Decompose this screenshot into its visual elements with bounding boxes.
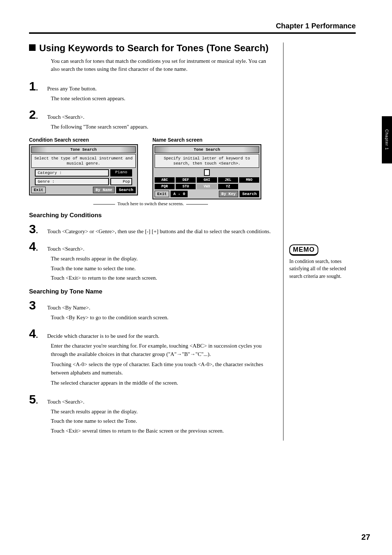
step-4: 4. Touch <Search>. — [29, 240, 272, 252]
step-4-number: 4. — [29, 240, 47, 252]
step-4b-number: 4. — [29, 327, 47, 340]
key-jkl[interactable]: JKL — [218, 177, 238, 183]
step-3b-title: Touch <By Name>. — [47, 305, 272, 311]
step-4b-e2: Touching <A-0> selects the type of chara… — [51, 360, 272, 377]
key-ghi[interactable]: GHI — [197, 177, 217, 183]
name-a0-button[interactable]: A - 0 — [171, 191, 188, 197]
memo-icon: MEMO — [289, 244, 318, 256]
key-vwx[interactable]: VWX — [197, 184, 217, 189]
chapter-header: Chapter 1 Performance — [29, 22, 356, 30]
page-number: 27 — [362, 532, 370, 542]
name-lcd-title: Tone Search — [155, 146, 259, 153]
section-title-text: Using Keywords to Search for Tones (Tone… — [39, 42, 269, 53]
name-key-grid: ABC DEF GHI JKL MNO PQR STU VWX YZ — [155, 177, 259, 189]
name-caption: Name Search screen — [152, 137, 261, 143]
sidebar: MEMO In condition search, tones satisfyi… — [283, 42, 356, 441]
cond-lcd-title: Tone Search — [31, 146, 136, 153]
cond-genre-label: Genre : — [35, 178, 109, 185]
step-2-expl: The following "Tone search screen" appea… — [51, 123, 272, 131]
key-pqr[interactable]: PQR — [155, 184, 175, 189]
main-content: Using Keywords to Search for Tones (Tone… — [29, 42, 272, 441]
step-4-e2: Touch the tone name to select the tone. — [51, 264, 272, 273]
name-exit-button[interactable]: Exit — [155, 191, 169, 197]
cond-search-button[interactable]: Search — [116, 187, 136, 193]
name-char-box — [204, 169, 210, 176]
cond-lcd: Tone Search Select the type of musical i… — [29, 144, 138, 196]
header-rule — [29, 32, 356, 34]
memo-text: In condition search, tones satisfying al… — [289, 258, 356, 280]
step-5-e1: The search results appear in the display… — [51, 408, 272, 416]
step-4b-e1: Enter the character you're searching for… — [51, 342, 272, 358]
step-5-title: Touch <Search>. — [47, 399, 272, 405]
name-bottom-row: Exit A - 0 By Key Search — [155, 191, 259, 197]
name-search-block: Name Search screen Tone Search Specify i… — [152, 137, 261, 200]
cond-category-value[interactable]: Piano — [110, 169, 132, 177]
bullet-icon — [29, 44, 36, 51]
memo-block: MEMO In condition search, tones satisfyi… — [289, 244, 356, 280]
cond-caption: Condition Search screen — [29, 137, 138, 143]
step-3b-number: 3 — [29, 299, 47, 311]
cond-category-label: Category : — [35, 169, 109, 177]
key-abc[interactable]: ABC — [155, 177, 175, 183]
key-stu[interactable]: STU — [176, 184, 196, 189]
cond-exit-button[interactable]: Exit — [31, 187, 46, 193]
step-1: 1. Press any Tone button. — [29, 80, 272, 92]
cond-genre-row[interactable]: Genre : Pop — [35, 178, 132, 185]
step-2-number: 2. — [29, 108, 47, 121]
step-1-title: Press any Tone button. — [47, 86, 272, 92]
intro-paragraph: You can search for tones that match the … — [51, 57, 272, 73]
step-2-title: Touch <Search>. — [47, 114, 272, 120]
step-4-e1: The search results appear in the display… — [51, 255, 272, 263]
cond-lcd-msg: Select the type of musical instrument an… — [31, 154, 136, 168]
condition-search-block: Condition Search screen Tone Search Sele… — [29, 137, 138, 200]
cond-byname-button[interactable]: By Name — [93, 187, 115, 193]
step-4b-title: Decide which character is to be used for… — [47, 333, 272, 339]
cond-category-row[interactable]: Category : Piano — [35, 169, 132, 177]
subhead-tone-name: Searching by Tone Name — [29, 288, 272, 295]
step-3: 3. Touch <Category> or <Genre>, then use… — [29, 223, 272, 235]
name-lcd-msg: Specify initial letter of keyword to sea… — [155, 154, 259, 168]
name-bykey-button[interactable]: By Key — [219, 191, 238, 197]
step-4b: 4. Decide which character is to be used … — [29, 327, 272, 340]
cond-bottom-row: Exit By Name Search — [31, 187, 136, 193]
side-tab: Chapter 1 — [382, 116, 392, 163]
step-1-number: 1. — [29, 80, 47, 92]
screens-row: Condition Search screen Tone Search Sele… — [29, 137, 272, 200]
name-search-button[interactable]: Search — [240, 191, 259, 197]
step-5-number: 5. — [29, 393, 47, 405]
subhead-conditions: Searching by Conditions — [29, 212, 272, 219]
switch-note: Touch here to switch these screens. — [29, 201, 272, 207]
step-4-e3: Touch <Exit> to return to the tone searc… — [51, 274, 272, 282]
step-4b-e3: The selected character appears in the mi… — [51, 379, 272, 387]
key-def[interactable]: DEF — [176, 177, 196, 183]
cond-genre-value[interactable]: Pop — [110, 178, 132, 185]
step-5: 5. Touch <Search>. — [29, 393, 272, 405]
step-5-e3: Touch <Exit> several times to return to … — [51, 427, 272, 435]
step-3-title: Touch <Category> or <Genre>, then use th… — [47, 228, 272, 235]
name-lcd: Tone Search Specify initial letter of ke… — [152, 144, 261, 200]
step-1-expl: The tone selection screen appears. — [51, 94, 272, 103]
step-2: 2. Touch <Search>. — [29, 108, 272, 121]
step-3b: 3 Touch <By Name>. — [29, 299, 272, 311]
step-4-title: Touch <Search>. — [47, 246, 272, 252]
section-title: Using Keywords to Search for Tones (Tone… — [29, 42, 272, 54]
key-yz[interactable]: YZ — [218, 184, 238, 189]
step-3-number: 3. — [29, 223, 47, 235]
key-mno[interactable]: MNO — [239, 177, 259, 183]
step-5-e2: Touch the tone name to select the Tone. — [51, 417, 272, 425]
step-3b-e1: Touch <By Key> to go to the condition se… — [51, 313, 272, 322]
